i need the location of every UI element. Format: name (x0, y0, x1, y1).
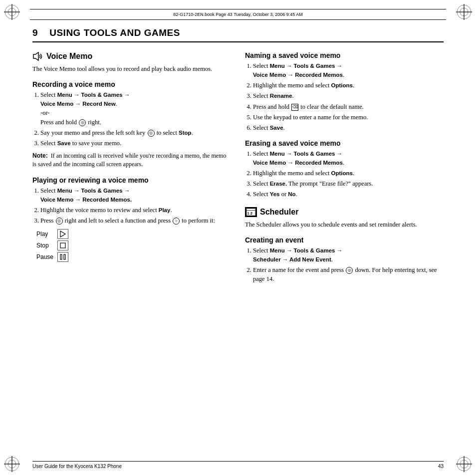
voice-memo-heading: Voice Memo (32, 51, 231, 61)
naming-step-2: Highlight the memo and select Options. (253, 81, 444, 90)
rename-label: Rename (270, 93, 292, 99)
header-text: 82-G1710-2EN.book Page 43 Tuesday, Octob… (173, 12, 303, 17)
svg-text:1 2: 1 2 (247, 211, 252, 216)
corner-decoration-tr (456, 4, 472, 20)
save-label-1: Save (57, 140, 71, 146)
scheduler-section-heading: 1 2 Scheduler (245, 207, 444, 217)
recording-heading: Recording a voice memo (32, 80, 231, 88)
naming-steps: Select Menu → Tools & Games → Voice Memo… (253, 61, 444, 132)
scheduler-title: Scheduler (260, 208, 298, 217)
naming-step-3: Select Rename. (253, 91, 444, 100)
nav-icon-2: ◎ (148, 130, 155, 137)
creating-steps: Select Menu → Tools & Games → Scheduler … (253, 246, 444, 284)
left-column: Voice Memo The Voice Memo tool allows yo… (32, 51, 231, 287)
clear-key-icon: ⌫ (291, 104, 298, 111)
recording-step-1: Select Menu → Tools & Games → Voice Memo… (40, 90, 231, 127)
pause-icon-label: Pause (36, 253, 57, 260)
naming-step-1: Select Menu → Tools & Games → Voice Memo… (253, 61, 444, 79)
footer-page-number: 43 (438, 464, 444, 469)
corner-decoration-br (456, 456, 472, 472)
chapter-number: 9 (32, 27, 38, 38)
play-symbol (57, 229, 68, 239)
stop-label: Stop (179, 130, 192, 136)
naming-heading: Naming a saved voice memo (245, 51, 444, 59)
menu-ref-2: Voice Memo → Record New (40, 101, 116, 107)
save-label-2: Save (270, 125, 283, 131)
menu-ref-5: Menu → Tools & Games → (270, 63, 342, 69)
play-label: Play (159, 207, 171, 213)
content-area: 9 Using Tools and Games (32, 27, 444, 454)
yes-label: Yes (270, 191, 280, 197)
naming-step-4: Press and hold ⌫ to clear the default na… (253, 102, 444, 111)
erasing-step-1: Select Menu → Tools & Games → Voice Memo… (253, 149, 444, 167)
naming-step-5: Use the keypad to enter a name for the m… (253, 113, 444, 122)
erasing-step-4: Select Yes or No. (253, 190, 444, 199)
svg-marker-16 (33, 52, 38, 60)
recording-step-2: Say your memo and press the left soft ke… (40, 128, 231, 137)
svg-rect-18 (60, 243, 65, 248)
menu-ref-9: Menu → Tools & Games → (270, 247, 342, 253)
creating-step-2: Enter a name for the event and press ◎ d… (253, 265, 444, 283)
svg-rect-20 (64, 254, 65, 259)
erasing-step-3: Select Erase. The prompt "Erase file?" a… (253, 179, 444, 188)
stop-icon-label: Stop (36, 242, 57, 249)
menu-ref-6: Voice Memo → Recorded Memos (253, 72, 343, 78)
options-label-2: Options (331, 170, 353, 176)
menu-ref-3: Menu → Tools & Games → (57, 188, 130, 194)
playing-step-2: Highlight the voice memo to review and s… (40, 206, 231, 215)
menu-ref-4: Voice Memo → Recorded Memos. (40, 197, 132, 203)
menu-ref-10: Scheduler → Add New Event (253, 256, 331, 262)
scheduler-icon: 1 2 (245, 207, 257, 217)
playing-step-1: Select Menu → Tools & Games → Voice Memo… (40, 186, 231, 204)
stop-symbol (57, 240, 68, 250)
recording-step-3: Select Save to save your memo. (40, 139, 231, 148)
nav-icon-1: ◎ (79, 119, 86, 126)
voice-memo-intro: The Voice Memo tool allows you to record… (32, 64, 231, 73)
erasing-steps: Select Menu → Tools & Games → Voice Memo… (253, 149, 444, 199)
creating-event-heading: Creating an event (245, 236, 444, 244)
erasing-step-2: Highlight the memo and select Options. (253, 169, 444, 178)
menu-ref-8: Voice Memo → Recorded Memos (253, 160, 343, 166)
voice-memo-title: Voice Memo (46, 52, 92, 61)
pause-icon-row: Pause (36, 252, 231, 262)
stop-icon-row: Stop (36, 240, 231, 250)
corner-decoration-tl (4, 4, 20, 20)
footer: User Guide for the Kyocera K132 Phone 43 (32, 461, 444, 469)
nav-icon-3: ◎ (56, 218, 63, 225)
options-label-1: Options (331, 82, 353, 88)
svg-marker-17 (60, 231, 65, 237)
chapter-heading: 9 Using Tools and Games (32, 27, 444, 42)
pause-symbol (57, 252, 68, 262)
two-column-layout: Voice Memo The Voice Memo tool allows yo… (32, 51, 444, 287)
playing-step-3: Press ◎ right and left to select a funct… (40, 216, 231, 225)
back-icon-1: ○ (173, 218, 180, 225)
recording-steps: Select Menu → Tools & Games → Voice Memo… (40, 90, 231, 148)
play-icon-label: Play (36, 231, 57, 238)
erasing-heading: Erasing a saved voice memo (245, 139, 444, 147)
menu-ref-7: Menu → Tools & Games → (270, 151, 342, 157)
footer-left-text: User Guide for the Kyocera K132 Phone (32, 464, 122, 469)
svg-rect-19 (60, 254, 62, 259)
chapter-title: Using Tools and Games (49, 27, 180, 38)
erase-label: Erase. (270, 181, 287, 187)
creating-step-1: Select Menu → Tools & Games → Scheduler … (253, 246, 444, 264)
recording-note: Note: If an incoming call is received wh… (32, 152, 231, 169)
playing-steps: Select Menu → Tools & Games → Voice Memo… (40, 186, 231, 226)
corner-decoration-bl (4, 456, 20, 472)
header-bar: 82-G1710-2EN.book Page 43 Tuesday, Octob… (30, 9, 446, 20)
scheduler-intro: The Scheduler allows you to schedule eve… (245, 220, 444, 229)
play-icon-row: Play (36, 229, 231, 239)
no-label: No (288, 191, 295, 197)
playing-heading: Playing or reviewing a voice memo (32, 176, 231, 184)
page-wrapper: 82-G1710-2EN.book Page 43 Tuesday, Octob… (0, 0, 476, 476)
naming-step-6: Select Save. (253, 123, 444, 132)
right-column: Naming a saved voice memo Select Menu → … (245, 51, 444, 287)
menu-ref-1: Menu → Tools & Games → (57, 92, 130, 98)
voice-memo-icon (32, 51, 43, 61)
playback-icons: Play Stop (36, 229, 231, 262)
nav-icon-4: ◎ (346, 267, 353, 274)
